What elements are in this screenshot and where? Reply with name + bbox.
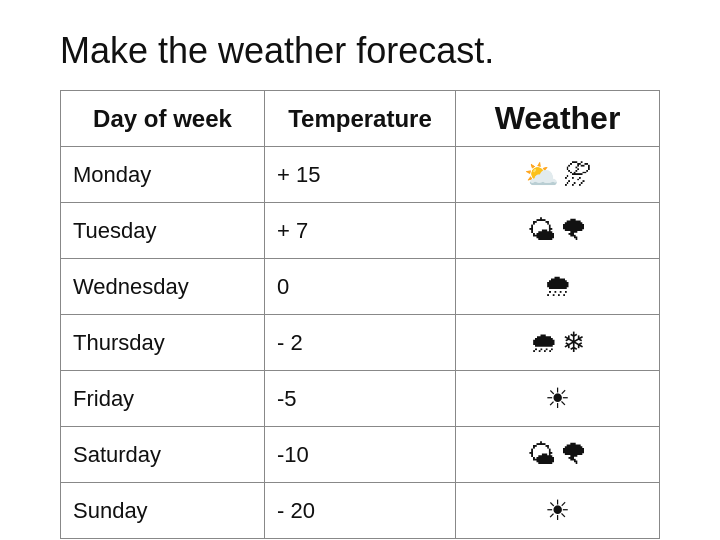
- table-row: Tuesday+ 7🌤🌪: [61, 203, 660, 259]
- weather-icon: ⛅: [524, 158, 559, 191]
- weather-cell: 🌧❄: [456, 315, 660, 371]
- weather-icon-container: ⛅⛈: [462, 158, 653, 191]
- weather-icon: 🌨: [544, 270, 572, 303]
- day-cell: Monday: [61, 147, 265, 203]
- col-header-weather: Weather: [456, 91, 660, 147]
- weather-icon-container: ☀: [462, 494, 653, 527]
- weather-cell: 🌨: [456, 259, 660, 315]
- weather-cell: ☀: [456, 483, 660, 539]
- weather-icon-container: 🌤🌪: [462, 214, 653, 247]
- weather-icon-container: 🌧❄: [462, 326, 653, 359]
- col-header-temp: Temperature: [264, 91, 455, 147]
- table-row: Friday-5☀: [61, 371, 660, 427]
- day-cell: Wednesday: [61, 259, 265, 315]
- weather-table: Day of week Temperature Weather Monday+ …: [60, 90, 660, 539]
- weather-icon: ⛈: [563, 158, 591, 191]
- weather-icon-container: 🌨: [462, 270, 653, 303]
- weather-icon: 🌤: [528, 214, 556, 247]
- temp-cell: + 7: [264, 203, 455, 259]
- weather-icon: ❄: [562, 326, 585, 359]
- table-row: Monday+ 15⛅⛈: [61, 147, 660, 203]
- weather-cell: 🌤🌪: [456, 427, 660, 483]
- weather-icon: ☀: [545, 494, 570, 527]
- table-row: Wednesday0🌨: [61, 259, 660, 315]
- page-title: Make the weather forecast.: [60, 30, 494, 72]
- temp-cell: + 15: [264, 147, 455, 203]
- day-cell: Saturday: [61, 427, 265, 483]
- weather-cell: ☀: [456, 371, 660, 427]
- weather-cell: 🌤🌪: [456, 203, 660, 259]
- temp-cell: -10: [264, 427, 455, 483]
- day-cell: Tuesday: [61, 203, 265, 259]
- weather-icon: ☀: [545, 382, 570, 415]
- temp-cell: - 20: [264, 483, 455, 539]
- weather-cell: ⛅⛈: [456, 147, 660, 203]
- weather-icon: 🌪: [560, 438, 588, 471]
- weather-icon-container: 🌤🌪: [462, 438, 653, 471]
- table-row: Thursday- 2🌧❄: [61, 315, 660, 371]
- weather-icon: 🌤: [528, 438, 556, 471]
- temp-cell: -5: [264, 371, 455, 427]
- day-cell: Thursday: [61, 315, 265, 371]
- col-header-day: Day of week: [61, 91, 265, 147]
- weather-icon-container: ☀: [462, 382, 653, 415]
- temp-cell: 0: [264, 259, 455, 315]
- table-row: Saturday-10🌤🌪: [61, 427, 660, 483]
- table-row: Sunday- 20☀: [61, 483, 660, 539]
- day-cell: Friday: [61, 371, 265, 427]
- day-cell: Sunday: [61, 483, 265, 539]
- weather-icon: 🌧: [530, 326, 558, 359]
- weather-icon: 🌪: [560, 214, 588, 247]
- table-header-row: Day of week Temperature Weather: [61, 91, 660, 147]
- temp-cell: - 2: [264, 315, 455, 371]
